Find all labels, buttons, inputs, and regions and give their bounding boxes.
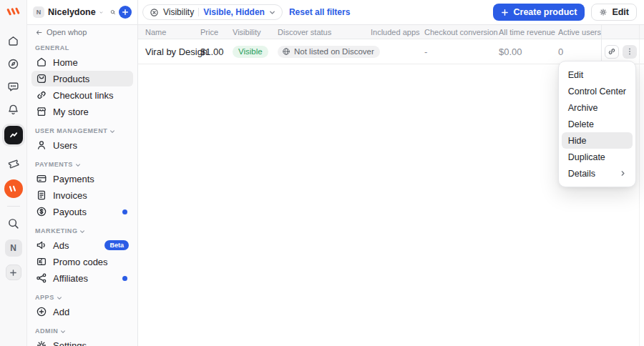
menu-item-hide[interactable]: Hide: [562, 132, 633, 149]
beta-badge: Beta: [104, 240, 129, 250]
sidebar-item-add-app[interactable]: Add: [31, 304, 133, 320]
discover-status-badge: Not listed on Discover: [278, 46, 380, 58]
sidebar-item-settings[interactable]: Settings: [31, 337, 133, 346]
included-apps-cell: [371, 39, 424, 64]
filter-value[interactable]: Visible, Hidden: [203, 7, 265, 17]
row-edge: [639, 39, 644, 64]
header-all-time-revenue[interactable]: All time revenue: [499, 25, 558, 39]
notifications-bell-icon[interactable]: [7, 104, 19, 116]
arrow-left-icon: [35, 29, 43, 36]
sidebar-nav: General Home Products Checkout links My …: [27, 44, 137, 346]
header-edge: [639, 25, 644, 39]
visibility-filter-pill[interactable]: Visibility Visible, Hidden: [142, 4, 283, 20]
table-right-edge: [639, 39, 640, 346]
row-context-menu: Edit Control Center Archive Delete Hide …: [558, 61, 636, 187]
header-name[interactable]: Name: [138, 25, 200, 39]
link-icon: [36, 89, 47, 101]
reset-filters-link[interactable]: Reset all filters: [289, 7, 350, 17]
notification-dot: [122, 276, 127, 281]
workspace-switcher[interactable]: N Nicelydone: [27, 0, 137, 25]
sidebar-item-payouts[interactable]: Payouts: [31, 204, 133, 219]
menu-item-control-center[interactable]: Control Center: [562, 83, 633, 99]
open-whop-label: Open whop: [47, 28, 87, 36]
tickets-icon[interactable]: [7, 157, 20, 170]
share-network-icon: [36, 272, 47, 284]
edit-columns-button[interactable]: Edit: [591, 4, 637, 21]
filter-toolbar: Visibility Visible, Hidden Reset all fil…: [138, 0, 644, 25]
section-payments[interactable]: Payments: [35, 161, 130, 169]
chevron-down-icon: [269, 9, 275, 16]
sidebar-item-home[interactable]: Home: [31, 54, 133, 70]
dashboard-chart-icon: [4, 126, 23, 144]
whop-logo-icon: [6, 6, 20, 17]
chevron-down-icon: [79, 229, 85, 234]
home-icon: [36, 56, 47, 68]
add-workspace-button[interactable]: [6, 265, 21, 280]
menu-item-details[interactable]: Details: [562, 165, 633, 182]
menu-item-delete[interactable]: Delete: [562, 116, 633, 132]
header-actions: [601, 25, 639, 39]
header-included-apps[interactable]: Included apps: [371, 25, 424, 39]
header-price[interactable]: Price: [200, 25, 230, 39]
chevron-down-icon: [60, 329, 66, 335]
sidebar-item-checkout-links[interactable]: Checkout links: [31, 87, 133, 103]
all-time-revenue-cell: $0.00: [499, 39, 558, 64]
section-apps[interactable]: Apps: [35, 294, 130, 302]
community-avatar[interactable]: [4, 179, 23, 198]
workspace-initial-badge: N: [33, 6, 44, 18]
box-icon: [36, 73, 47, 84]
search-rail-icon[interactable]: [7, 217, 19, 229]
sidebar-item-payments[interactable]: Payments: [31, 171, 133, 187]
menu-item-edit[interactable]: Edit: [562, 66, 633, 83]
notification-dot: [122, 209, 127, 214]
section-admin[interactable]: Admin: [35, 327, 130, 335]
table-header: Name Price Visibility Discover status In…: [138, 25, 644, 39]
sidebar-item-affiliates[interactable]: Affiliates: [31, 270, 133, 286]
storefront-icon: [36, 106, 47, 117]
create-button[interactable]: [119, 6, 132, 19]
search-icon[interactable]: [110, 7, 116, 17]
menu-item-archive[interactable]: Archive: [562, 99, 633, 116]
sidebar-item-my-store[interactable]: My store: [31, 104, 133, 119]
chevron-right-icon: [620, 170, 626, 177]
create-product-button[interactable]: Create product: [493, 4, 585, 21]
sidebar-item-promo-codes[interactable]: Promo codes: [31, 254, 133, 270]
open-whop-link[interactable]: Open whop: [27, 25, 137, 39]
chevron-down-icon: [109, 129, 115, 134]
megaphone-icon: [36, 239, 47, 251]
header-visibility[interactable]: Visibility: [230, 25, 278, 39]
product-name[interactable]: Viral by Design: [138, 39, 200, 64]
dollar-circle-icon: [36, 206, 47, 217]
sidebar-item-users[interactable]: Users: [31, 137, 133, 153]
chevron-down-icon: [57, 295, 62, 301]
copy-link-button[interactable]: [605, 45, 619, 59]
header-active-users[interactable]: Active users: [558, 25, 601, 39]
row-menu-button[interactable]: [623, 45, 637, 59]
row-actions: [601, 39, 639, 64]
section-marketing[interactable]: Marketing: [35, 227, 130, 235]
sidebar-item-ads[interactable]: Ads Beta: [31, 237, 133, 253]
header-checkout-conversion[interactable]: Checkout conversion: [424, 25, 499, 39]
plus-icon: [501, 9, 509, 16]
active-app-highlight[interactable]: [2, 124, 25, 147]
chevron-down-icon: [75, 162, 81, 168]
section-general: General: [35, 44, 130, 52]
explore-icon[interactable]: [7, 58, 19, 70]
plus-circle-icon: [36, 306, 47, 317]
menu-item-duplicate[interactable]: Duplicate: [562, 149, 633, 165]
section-user-management[interactable]: User management: [35, 127, 130, 135]
chevron-down-icon: [99, 9, 103, 16]
workspace-avatar[interactable]: N: [5, 239, 22, 257]
circle-x-icon[interactable]: [150, 8, 159, 17]
discover-status-cell: Not listed on Discover: [278, 39, 371, 64]
dots-vertical-icon: [625, 47, 634, 56]
header-discover-status[interactable]: Discover status: [278, 25, 371, 39]
sidebar-item-products[interactable]: Products: [31, 71, 133, 86]
user-icon: [36, 139, 47, 151]
sidebar-item-invoices[interactable]: Invoices: [31, 187, 133, 203]
gear-icon: [36, 340, 47, 346]
gear-icon: [599, 8, 608, 16]
home-icon[interactable]: [7, 35, 19, 47]
visibility-cell: Visible: [230, 39, 278, 64]
chat-icon[interactable]: [7, 81, 19, 93]
